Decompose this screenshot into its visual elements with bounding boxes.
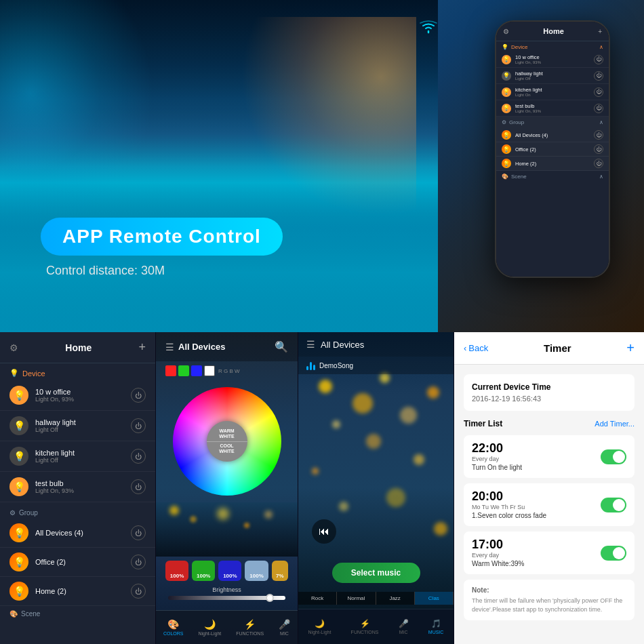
- screen-music: ☰ All Devices DemoSong: [298, 332, 454, 644]
- s2-nav-colors[interactable]: 🎨 COLORS: [163, 619, 184, 636]
- s4-add-timer-btn[interactable]: Add Timer...: [595, 420, 635, 428]
- s4-note-label: Note:: [472, 586, 626, 594]
- s2-search-icon[interactable]: 🔍: [275, 340, 288, 353]
- s1-device-icon: 💡: [9, 369, 19, 378]
- s3-genre-rock[interactable]: Rock: [298, 592, 337, 605]
- s1-group-power-1[interactable]: ⏻: [131, 525, 146, 540]
- s3-music-icon: 🎵: [431, 619, 441, 628]
- s2-nightlight-icon: 🌙: [204, 619, 216, 630]
- s4-timer-item-1: 22:00 Every day Turn On the light: [464, 435, 635, 478]
- s4-note-text: The timer will be failure when 'physical…: [472, 597, 626, 613]
- s2-title: All Devices: [178, 342, 225, 352]
- s4-timer-action-3: Warm White:39%: [472, 560, 601, 567]
- s2-nav-functions[interactable]: ⚡ FUNCTIONS: [236, 619, 264, 636]
- s1-power-btn-1[interactable]: ⏻: [131, 388, 146, 403]
- s1-device-info-4: test bulb Light On, 93%: [35, 479, 131, 494]
- s1-power-btn-3[interactable]: ⏻: [131, 449, 146, 464]
- phone-power-4[interactable]: ⏻: [594, 104, 603, 113]
- play-bar-1: [306, 366, 308, 370]
- bokeh-3: [380, 373, 390, 383]
- color-bar-x[interactable]: 7%: [272, 561, 288, 581]
- app-text-overlay: APP Remote Control Control distance: 30M: [41, 218, 283, 278]
- s3-nav-music[interactable]: 🎵 MUSIC: [428, 619, 444, 635]
- s2-nav-nightlight[interactable]: 🌙 Night-Light: [198, 619, 221, 636]
- s1-device-item-4[interactable]: 💡 test bulb Light On, 93% ⏻: [0, 472, 155, 502]
- s3-nav-mic[interactable]: 🎤 MIC: [399, 619, 409, 635]
- phone-device-info-4: test bulb Light On, 93%: [515, 103, 594, 113]
- phone-group-label: ⚙ Group ∧: [496, 117, 609, 128]
- s1-power-btn-4[interactable]: ⏻: [131, 479, 146, 494]
- room-glow-left: [0, 0, 153, 233]
- s3-nav-functions[interactable]: ⚡ FUNCTIONS: [351, 619, 379, 635]
- s4-note-section: Note: The timer will be failure when 'ph…: [464, 580, 635, 620]
- swatch-g[interactable]: [178, 365, 189, 376]
- s1-power-btn-2[interactable]: ⏻: [131, 418, 146, 433]
- play-bar-3: [313, 365, 315, 370]
- s3-rewind-btn[interactable]: ⏮: [312, 519, 336, 544]
- phone-group-1: 💡 All Devices (4) ⏻: [496, 128, 609, 142]
- color-bar-w[interactable]: 100%: [245, 561, 268, 581]
- s1-device-item-2[interactable]: 💡 hallway light Light Off ⏻: [0, 411, 155, 441]
- s4-toggle-3[interactable]: [601, 546, 626, 561]
- phone-device-1: 💡 10 w office Light On, 93% ⏻: [496, 52, 609, 68]
- s1-group-item-1[interactable]: 💡 All Devices (4) ⏻: [0, 519, 155, 548]
- phone-power-2[interactable]: ⏻: [594, 71, 603, 81]
- color-bar-r[interactable]: 100%: [165, 561, 188, 581]
- phone-group-icon: ⚙: [502, 119, 506, 125]
- s1-add-icon[interactable]: +: [138, 340, 146, 355]
- s1-gear-icon: ⚙: [9, 342, 18, 353]
- brightness-thumb[interactable]: [266, 594, 274, 602]
- s4-title: Timer: [494, 342, 621, 354]
- s1-group-power-2[interactable]: ⏻: [131, 555, 146, 569]
- s1-group-item-2[interactable]: 💡 Office (2) ⏻: [0, 548, 155, 577]
- s1-scene-section: 🎨 Scene: [0, 606, 155, 622]
- bokeh-10: [386, 488, 405, 507]
- s1-bulb-3: 💡: [9, 447, 28, 466]
- bokeh-11: [339, 502, 348, 511]
- s3-genre-normal[interactable]: Normal: [337, 592, 376, 605]
- s3-genre-clas[interactable]: Clas: [415, 592, 454, 605]
- color-wheel-container[interactable]: WARMWHITE COOLWHITE: [156, 380, 298, 502]
- s1-group-power-3[interactable]: ⏻: [131, 584, 146, 599]
- phone-header: ⚙ Home +: [496, 22, 609, 41]
- swatch-r[interactable]: [165, 365, 176, 376]
- s3-play-bars: [306, 361, 315, 370]
- color-bar-b[interactable]: 100%: [218, 561, 241, 581]
- brightness-bar[interactable]: [168, 596, 285, 600]
- s1-group-item-3[interactable]: 💡 Home (2) ⏻: [0, 577, 155, 606]
- s3-title: All Devices: [321, 340, 445, 350]
- s3-functions-icon: ⚡: [360, 619, 370, 628]
- s4-toggle-1[interactable]: [601, 449, 626, 464]
- s3-select-music-btn[interactable]: Select music: [332, 563, 420, 583]
- s1-device-item-1[interactable]: 💡 10 w office Light On, 93% ⏻: [0, 380, 155, 411]
- phone-group-power-1[interactable]: ⏻: [594, 130, 603, 140]
- s4-add-btn[interactable]: +: [626, 340, 635, 356]
- s4-timer-info-1: 22:00 Every day Turn On the light: [472, 442, 601, 471]
- swatch-w[interactable]: [204, 365, 215, 376]
- s4-toggle-2[interactable]: [601, 498, 626, 512]
- s3-nav-nightlight[interactable]: 🌙 Night-Light: [308, 619, 331, 635]
- s2-nav-mic[interactable]: 🎤 MIC: [279, 619, 290, 636]
- color-wheel-center: WARMWHITE COOLWHITE: [207, 421, 247, 462]
- phone-bulb-on-1: 💡: [502, 55, 511, 64]
- s1-device-item-3[interactable]: 💡 kitchen light Light Off ⏻: [0, 441, 155, 472]
- color-wheel[interactable]: WARMWHITE COOLWHITE: [173, 387, 281, 496]
- s4-back-btn[interactable]: ‹ Back: [464, 343, 488, 353]
- s2-header-left: ☰ All Devices: [165, 342, 225, 353]
- phone-scene-label: 🎨 Scene ∧: [496, 171, 609, 182]
- phone-power-1[interactable]: ⏻: [594, 55, 603, 64]
- swatch-b[interactable]: [191, 365, 202, 376]
- s1-bulb-4: 💡: [9, 477, 28, 496]
- s4-timer-days-2: Mo Tu We Th Fr Su: [472, 504, 601, 510]
- phone-device-2: 💡 hallway light Light Off ⏻: [496, 68, 609, 84]
- s4-timer-info-3: 17:00 Every day Warm White:39%: [472, 538, 601, 567]
- phone-group-power-2[interactable]: ⏻: [594, 144, 603, 154]
- phone-group-power-3[interactable]: ⏻: [594, 159, 603, 168]
- app-remote-btn: APP Remote Control: [41, 218, 283, 256]
- s1-group-bulb-2: 💡: [9, 552, 28, 571]
- color-bar-g[interactable]: 100%: [192, 561, 215, 581]
- brightness-label: Brightness: [165, 586, 288, 593]
- phone-power-3[interactable]: ⏻: [594, 87, 603, 97]
- s3-genre-jazz[interactable]: Jazz: [376, 592, 415, 605]
- phone-mockup: ⚙ Home + 💡 Device ∧ 💡 10 w office Light …: [495, 20, 610, 278]
